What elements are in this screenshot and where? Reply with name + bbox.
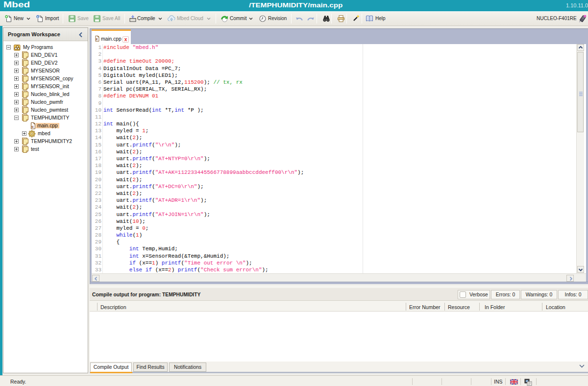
svg-text:c: c [96,37,98,41]
svg-text:c: c [31,124,34,129]
